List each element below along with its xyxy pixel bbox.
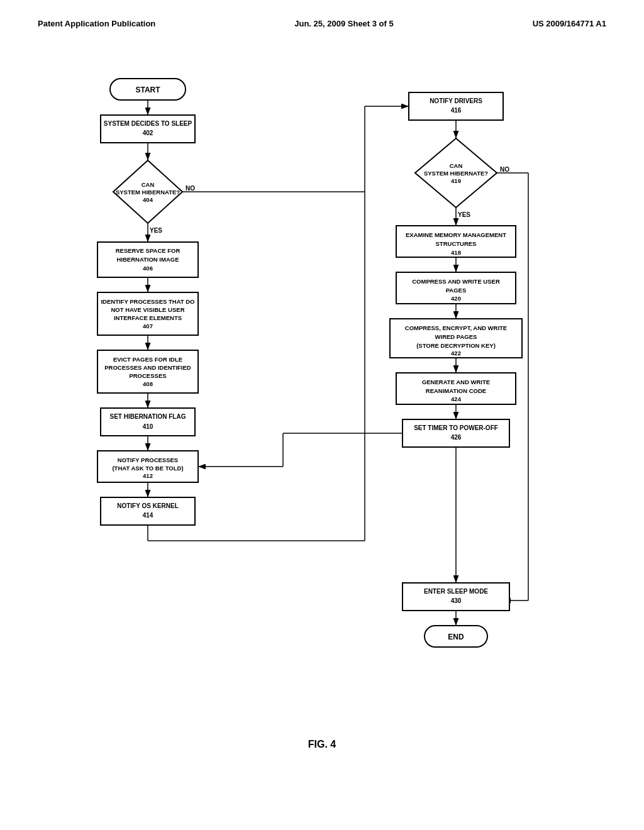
svg-text:419: 419 xyxy=(451,177,461,184)
svg-text:NOT HAVE VISIBLE USER: NOT HAVE VISIBLE USER xyxy=(111,306,184,313)
svg-text:YES: YES xyxy=(458,211,470,218)
svg-rect-32 xyxy=(101,408,195,436)
svg-rect-41 xyxy=(101,497,195,525)
svg-text:402: 402 xyxy=(143,130,153,136)
svg-text:414: 414 xyxy=(143,512,153,519)
fig-label: FIG. 4 xyxy=(0,739,644,750)
svg-text:418: 418 xyxy=(451,249,461,256)
svg-text:CAN: CAN xyxy=(450,162,463,169)
svg-text:WIRED PAGES: WIRED PAGES xyxy=(435,333,477,340)
svg-text:NO: NO xyxy=(500,166,509,173)
svg-text:RESERVE SPACE FOR: RESERVE SPACE FOR xyxy=(116,247,180,254)
svg-rect-87 xyxy=(402,583,509,611)
svg-text:PAGES: PAGES xyxy=(446,287,467,294)
page-header: Patent Application Publication Jun. 25, … xyxy=(0,0,644,35)
svg-text:424: 424 xyxy=(451,396,462,402)
header-middle: Jun. 25, 2009 Sheet 3 of 5 xyxy=(294,19,394,28)
svg-text:(THAT ASK TO BE TOLD): (THAT ASK TO BE TOLD) xyxy=(112,465,183,472)
svg-text:COMPRESS AND WRITE USER: COMPRESS AND WRITE USER xyxy=(412,278,500,285)
svg-rect-4 xyxy=(101,115,195,143)
svg-text:COMPRESS, ENCRYPT, AND WRITE: COMPRESS, ENCRYPT, AND WRITE xyxy=(405,324,507,331)
svg-text:SET HIBERNATION FLAG: SET HIBERNATION FLAG xyxy=(110,413,186,420)
svg-text:SYSTEM DECIDES TO SLEEP: SYSTEM DECIDES TO SLEEP xyxy=(104,120,192,127)
svg-text:ENTER SLEEP MODE: ENTER SLEEP MODE xyxy=(424,588,488,595)
svg-text:410: 410 xyxy=(143,423,153,430)
svg-text:GENERATE AND WRITE: GENERATE AND WRITE xyxy=(422,379,490,385)
svg-rect-83 xyxy=(402,419,509,447)
svg-text:420: 420 xyxy=(451,295,461,302)
svg-text:NOTIFY PROCESSES: NOTIFY PROCESSES xyxy=(118,456,178,463)
diagram-area: START SYSTEM DECIDES TO SLEEP 402 CAN SY… xyxy=(0,41,644,733)
svg-text:430: 430 xyxy=(451,597,462,604)
svg-text:422: 422 xyxy=(451,350,461,357)
svg-rect-48 xyxy=(409,92,503,120)
header-right: US 2009/164771 A1 xyxy=(533,19,606,28)
header-left: Patent Application Publication xyxy=(38,19,155,28)
svg-text:NO: NO xyxy=(186,185,195,192)
svg-text:408: 408 xyxy=(143,380,153,387)
svg-text:(STORE DECRYPTION KEY): (STORE DECRYPTION KEY) xyxy=(416,342,496,349)
svg-text:EVICT PAGES FOR IDLE: EVICT PAGES FOR IDLE xyxy=(113,356,182,363)
svg-text:SYSTEM HIBERNATE?: SYSTEM HIBERNATE? xyxy=(424,170,488,177)
svg-text:SET TIMER TO POWER-OFF: SET TIMER TO POWER-OFF xyxy=(414,424,498,431)
svg-text:EXAMINE MEMORY MANAGEMENT: EXAMINE MEMORY MANAGEMENT xyxy=(406,231,506,238)
svg-text:END: END xyxy=(448,633,464,641)
svg-text:NOTIFY OS KERNEL: NOTIFY OS KERNEL xyxy=(117,502,179,509)
svg-text:PROCESSES AND IDENTIFIED: PROCESSES AND IDENTIFIED xyxy=(104,364,191,371)
svg-text:NOTIFY DRIVERS: NOTIFY DRIVERS xyxy=(430,97,482,104)
svg-text:416: 416 xyxy=(451,107,462,114)
svg-text:404: 404 xyxy=(143,196,153,203)
svg-text:START: START xyxy=(135,86,160,94)
svg-text:INTERFACE ELEMENTS: INTERFACE ELEMENTS xyxy=(114,314,182,321)
svg-text:426: 426 xyxy=(451,434,462,441)
svg-text:PROCESSES: PROCESSES xyxy=(129,372,166,379)
svg-text:407: 407 xyxy=(143,323,153,329)
svg-text:STRUCTURES: STRUCTURES xyxy=(436,240,477,247)
svg-text:406: 406 xyxy=(143,265,153,272)
svg-text:IDENTIFY PROCESSES THAT DO: IDENTIFY PROCESSES THAT DO xyxy=(101,298,194,305)
svg-text:HIBERNATION IMAGE: HIBERNATION IMAGE xyxy=(116,256,179,263)
svg-text:SYSTEM HIBERNATE?: SYSTEM HIBERNATE? xyxy=(116,189,180,196)
svg-text:REANIMATION CODE: REANIMATION CODE xyxy=(426,387,486,394)
svg-text:CAN: CAN xyxy=(142,181,155,188)
svg-text:412: 412 xyxy=(143,472,153,479)
svg-text:YES: YES xyxy=(150,227,162,234)
